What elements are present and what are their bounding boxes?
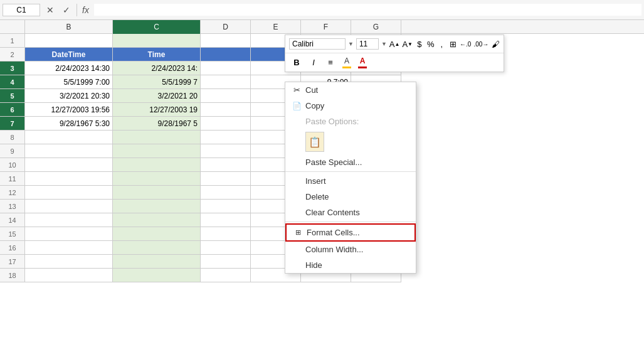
cell-d7[interactable] [201, 117, 251, 131]
align-button[interactable]: ≡ [323, 56, 338, 70]
font-name-dropdown-arrow[interactable]: ▼ [348, 41, 354, 47]
row-num-10: 10 [0, 158, 25, 172]
row-num-9: 9 [0, 144, 25, 158]
context-menu-delete[interactable]: Delete [285, 189, 416, 205]
cell-c4[interactable]: 5/5/1999 7 [113, 75, 201, 89]
paint-format-button[interactable]: 🖌 [491, 37, 500, 51]
row-num-17: 17 [0, 255, 25, 269]
cell-d5[interactable] [201, 89, 251, 103]
dec-in-button[interactable]: ←.0 [460, 37, 471, 51]
context-menu-hide[interactable]: Hide [285, 257, 416, 273]
cell-d3[interactable] [201, 61, 251, 75]
col-header-e[interactable]: E [251, 20, 301, 34]
ctx-sep-1 [285, 171, 416, 172]
font-size-dropdown-arrow[interactable]: ▼ [381, 41, 387, 47]
col-header-c[interactable]: C [113, 20, 201, 34]
cell-c7[interactable]: 9/28/1967 5 [113, 117, 201, 131]
col-header-f[interactable]: F [301, 20, 351, 34]
highlight-color-button[interactable]: A [340, 55, 354, 70]
cell-reference-box[interactable]: C1 [3, 4, 40, 16]
mini-toolbar-row2: B I ≡ A A [285, 53, 504, 72]
row-num-13: 13 [0, 200, 25, 213]
cell-b6[interactable]: 12/27/2003 19:56 [25, 103, 113, 117]
cell-d4[interactable] [201, 75, 251, 89]
row-num-3: 3 [0, 61, 25, 75]
cell-d2[interactable] [201, 48, 251, 61]
cell-b2[interactable]: DateTime [25, 48, 113, 61]
cell-b3[interactable]: 2/24/2023 14:30 [25, 61, 113, 75]
col-header-b[interactable]: B [25, 20, 113, 34]
row-num-16: 16 [0, 241, 25, 255]
row-number-header [0, 20, 25, 33]
cell-d6[interactable] [201, 103, 251, 117]
cell-b4[interactable]: 5/5/1999 7:00 [25, 75, 113, 89]
row-num-2: 2 [0, 48, 25, 61]
cell-b7[interactable]: 9/28/1967 5:30 [25, 117, 113, 131]
font-size-input[interactable] [356, 38, 379, 50]
confirm-formula-button[interactable]: ✓ [59, 3, 74, 17]
formula-bar-buttons: ✕ ✓ fx [43, 3, 92, 17]
formula-input[interactable] [94, 4, 641, 16]
row-num-8: 8 [0, 131, 25, 144]
decrease-font-button[interactable]: A▼ [402, 37, 413, 51]
context-menu: ✂ Cut 📄 Copy Paste Options: 📋 Paste Spec… [285, 82, 416, 274]
context-menu-copy[interactable]: 📄 Copy [285, 98, 416, 114]
cell-c6[interactable]: 12/27/2003 19 [113, 103, 201, 117]
mini-toolbar-row1: ▼ ▼ A▲ A▼ $ % , ⊞ ←.0 .00→ 🖌 [285, 35, 504, 53]
cell-c1[interactable] [113, 34, 201, 48]
context-menu-paste-options-header: Paste Options: [285, 114, 416, 129]
cell-b8[interactable] [25, 131, 113, 144]
cell-b1[interactable] [25, 34, 113, 48]
cell-c3[interactable]: 2/24/2023 14: [113, 61, 201, 75]
font-name-input[interactable] [289, 38, 346, 50]
increase-font-button[interactable]: A▲ [389, 37, 400, 51]
cancel-formula-button[interactable]: ✕ [43, 3, 58, 17]
percent-button[interactable]: % [426, 37, 435, 51]
col-header-d[interactable]: D [201, 20, 251, 34]
formula-bar: C1 ✕ ✓ fx [0, 0, 644, 20]
cut-icon: ✂ [290, 85, 303, 95]
dec-out-button[interactable]: .00→ [473, 37, 488, 51]
context-menu-format-cells[interactable]: ⊞ Format Cells... [285, 223, 416, 242]
row-num-18: 18 [0, 269, 25, 282]
border-button[interactable]: ⊞ [448, 37, 457, 51]
cell-d1[interactable] [201, 34, 251, 48]
cell-c8[interactable] [113, 131, 201, 144]
context-menu-paste-special[interactable]: Paste Special... [285, 154, 416, 170]
context-menu-column-width[interactable]: Column Width... [285, 242, 416, 257]
row-num-14: 14 [0, 213, 25, 227]
row-num-15: 15 [0, 227, 25, 241]
paste-icon-default[interactable]: 📋 [305, 132, 324, 152]
format-cells-icon: ⊞ [292, 228, 304, 237]
row-num-11: 11 [0, 172, 25, 186]
fx-label: fx [80, 5, 92, 15]
paste-options-icons: 📋 [285, 129, 416, 154]
font-color-button[interactable]: A [356, 55, 369, 70]
cell-b5[interactable]: 3/2/2021 20:30 [25, 89, 113, 103]
italic-button[interactable]: I [306, 56, 321, 70]
context-menu-insert[interactable]: Insert [285, 173, 416, 189]
copy-icon: 📄 [290, 102, 303, 110]
context-menu-clear-contents[interactable]: Clear Contents [285, 205, 416, 220]
context-menu-cut[interactable]: ✂ Cut [285, 82, 416, 98]
row-num-1: 1 [0, 34, 25, 48]
col-header-g[interactable]: G [351, 20, 401, 34]
row-num-7: 7 [0, 117, 25, 131]
row-num-5: 5 [0, 89, 25, 103]
column-header-row: B C D E F G [0, 20, 644, 34]
formula-bar-divider [77, 4, 77, 16]
ctx-sep-2 [285, 222, 416, 222]
mini-toolbar: ▼ ▼ A▲ A▼ $ % , ⊞ ←.0 .00→ 🖌 B I ≡ A A [285, 35, 504, 72]
cell-c2[interactable]: Time [113, 48, 201, 61]
comma-button[interactable]: , [438, 37, 446, 51]
row-num-12: 12 [0, 186, 25, 200]
row-num-4: 4 [0, 75, 25, 89]
cell-c5[interactable]: 3/2/2021 20 [113, 89, 201, 103]
currency-button[interactable]: $ [415, 37, 424, 51]
row-num-6: 6 [0, 103, 25, 117]
bold-button[interactable]: B [289, 56, 304, 70]
